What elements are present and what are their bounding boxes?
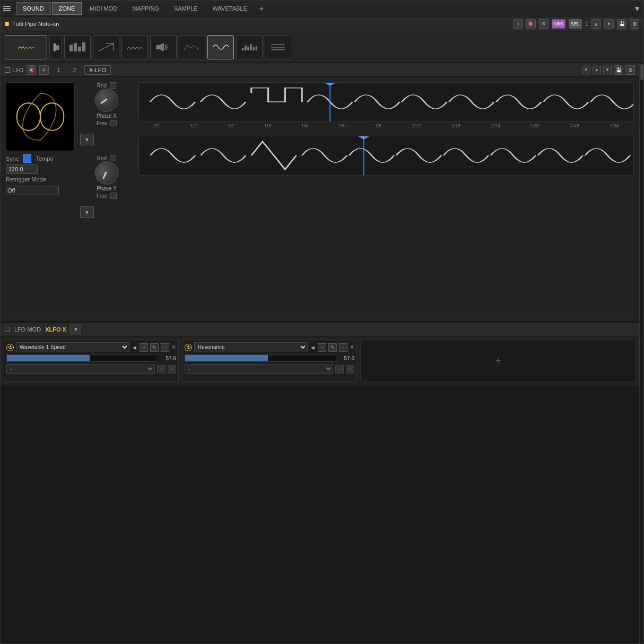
mod-slot-1-name-select[interactable]: Wavetable 1 Speed (16, 342, 129, 352)
lfo-tab-1[interactable]: 1 (52, 65, 65, 75)
settings-button[interactable]: ⚙ (539, 19, 549, 29)
info-button[interactable]: ℹ (514, 19, 523, 29)
phase-y-free-label: Free (97, 193, 108, 199)
mod-slot-1-slider-fill (7, 355, 90, 361)
lfo-down-btn[interactable]: ▼ (603, 66, 612, 74)
phase-y-label: Phase Y (97, 186, 117, 192)
mod-slot-1-curve-btn[interactable]: ~ (140, 343, 148, 352)
rate-1-5: 1/5 (338, 123, 345, 128)
tab-sample[interactable]: SAMPLE (167, 2, 205, 15)
wave-y-dropdown-btn[interactable]: ▼ (80, 206, 94, 218)
svg-rect-1 (57, 46, 59, 49)
mod-slot-1-edit-btn[interactable]: ✎ (150, 343, 159, 352)
mod-add-slot-btn[interactable]: + (360, 340, 636, 382)
lfo-mute-btn[interactable]: 🔇 (27, 65, 36, 75)
instrument-number: 1 (585, 21, 588, 27)
mod-slot-1-sub-edit[interactable]: ✎ (168, 365, 176, 373)
mod-slot-2-power-btn[interactable]: ⏻ (185, 344, 192, 351)
rate-1-1: 1/1 (190, 123, 197, 128)
mute-button[interactable]: 🔇 (526, 19, 536, 29)
phase-x-free-check[interactable] (110, 120, 117, 126)
wave-y-display (138, 136, 634, 176)
mod-slot-2-arrow[interactable]: ◄ (310, 344, 316, 351)
mod-slot-2-edit-btn[interactable]: ✎ (328, 343, 337, 352)
mod-slot-1-map-btn[interactable]: ⋯ (161, 343, 169, 352)
menu-icon[interactable] (3, 3, 14, 14)
lfo-mod-dropdown-btn[interactable]: ▼ (71, 325, 81, 334)
waveform-toolbar (1, 31, 643, 63)
phase-x-rnd-check[interactable] (110, 82, 116, 89)
svg-rect-2 (70, 45, 73, 51)
lfo-delete-btn[interactable]: 🗑 (625, 65, 635, 75)
waveform-env-btn[interactable] (179, 35, 205, 59)
mod-slot-2-sub-row: - ~ ✎ (185, 364, 354, 374)
mod-slot-2-sub-edit[interactable]: ✎ (346, 365, 354, 373)
move-up-button[interactable]: ▲ (591, 19, 601, 29)
save-button[interactable]: 💾 (617, 19, 626, 29)
tab-sound[interactable]: SOUND (16, 2, 51, 15)
mod-slot-1-arrow[interactable]: ◄ (132, 344, 137, 351)
retrigger-select[interactable]: Off (6, 186, 59, 195)
waveform-sine-btn[interactable] (207, 35, 234, 59)
rate-1-12: 1/12 (412, 123, 421, 128)
waveform-multi2-btn[interactable] (121, 35, 148, 59)
lfo-section: LFO 🔇 ✛ 1 2 X-LFO ▼ ▲ ▼ 💾 🗑 (1, 63, 639, 322)
phase-x-free-label: Free (97, 120, 108, 126)
waveform-narrow-btn[interactable] (49, 35, 62, 59)
rate-1-16: 1/16 (451, 123, 461, 128)
wave-x-dropdown-btn[interactable]: ▼ (80, 134, 94, 145)
mod-slot-1-close-btn[interactable]: ✕ (171, 344, 176, 351)
phase-y-knob[interactable] (92, 158, 121, 188)
delete-button[interactable]: 🗑 (630, 19, 639, 29)
mod-slot-2-slider[interactable] (185, 354, 336, 362)
mod-slot-1-sub-select[interactable]: - (6, 364, 155, 374)
waveform-multi-btn[interactable] (5, 35, 47, 59)
lfo-dropdown-btn[interactable]: ▼ (582, 66, 590, 74)
mod-slot-1-power-btn[interactable]: ⏻ (6, 344, 14, 351)
empty-area (1, 385, 639, 643)
mod-slot-2-name-select[interactable]: Resonance (194, 342, 308, 352)
phase-y-free-check[interactable] (110, 193, 117, 199)
mod-slot-2-map-btn[interactable]: ⋯ (339, 343, 347, 352)
waveform-speaker-btn[interactable] (150, 35, 177, 59)
sel-button[interactable]: SEL (569, 19, 582, 29)
mod-slot-2-sub-curve[interactable]: ~ (335, 365, 344, 373)
svg-rect-10 (242, 48, 244, 50)
waveform-list-btn[interactable] (265, 35, 291, 59)
rate-1-24: 1/24 (491, 123, 500, 128)
mod-add-label: + (495, 355, 501, 367)
mod-slot-1-header: ⏻ Wavetable 1 Speed ◄ ~ ✎ ⋯ ✕ (6, 342, 176, 352)
move-down-button[interactable]: ▼ (604, 19, 614, 29)
sync-checkbox[interactable] (23, 154, 31, 163)
phase-y-knob-container: Phase Y (95, 161, 118, 192)
tempo-input[interactable] (6, 164, 38, 174)
lfo-up-btn[interactable]: ▲ (593, 66, 601, 74)
retrigger-row: Retrigger Mode (6, 176, 75, 182)
mod-slot-2-curve-btn[interactable]: ~ (318, 343, 326, 352)
phase-y-rnd-check[interactable] (110, 155, 116, 161)
phase-x-knob[interactable] (93, 87, 120, 114)
svg-line-6 (99, 43, 114, 50)
svg-rect-3 (74, 43, 77, 50)
tab-mapping[interactable]: MAPPING (125, 2, 166, 15)
tab-midi-mod[interactable]: MIDI MOD (83, 2, 124, 15)
mod-slot-1-sub-curve[interactable]: ~ (157, 365, 166, 373)
mod-slot-1-sub-row: - ~ ✎ (6, 364, 176, 374)
waveform-spectrum-btn[interactable] (236, 35, 263, 59)
tab-zone[interactable]: ZONE (52, 2, 82, 15)
waveform-bars-btn[interactable] (64, 35, 91, 59)
waveform-slope-btn[interactable] (93, 35, 119, 59)
tab-add-button[interactable]: + (255, 2, 268, 15)
mod-slot-2-sub-select[interactable]: - (185, 364, 333, 374)
lfo-move-btn[interactable]: ✛ (39, 65, 49, 75)
abs-button[interactable]: ABS (552, 19, 565, 29)
right-scrollbar[interactable] (639, 63, 643, 643)
mod-slot-2-close-btn[interactable]: ✕ (350, 344, 354, 351)
lfo-save-btn[interactable]: 💾 (614, 65, 623, 75)
sync-label: Sync (6, 155, 19, 162)
tab-bar-collapse[interactable]: ▼ (633, 4, 641, 13)
tab-wavetable[interactable]: WAVETABLE (206, 2, 254, 15)
svg-rect-9 (156, 45, 160, 48)
lfo-tab-2[interactable]: 2 (68, 65, 81, 75)
mod-slot-1-slider[interactable] (6, 354, 158, 362)
